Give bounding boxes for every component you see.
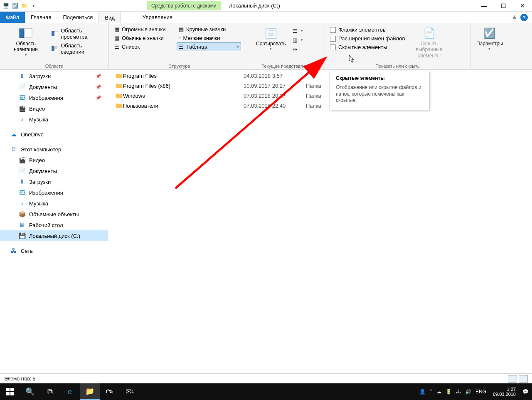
preview-pane-button[interactable]: Область просмотра (50, 27, 105, 41)
sort-label: Сортировать (256, 41, 286, 47)
sidebar-local-disk-c[interactable]: 💾Локальный диск (C:) (0, 230, 108, 241)
hidden-items-toggle[interactable]: Скрытые элементы (328, 43, 407, 51)
svg-rect-4 (52, 46, 54, 51)
notifications-icon[interactable]: 💬 (522, 389, 529, 395)
file-row[interactable]: Program Files 04.03.2018 3:57 (108, 71, 532, 81)
sort-button[interactable]: Сортировать ▾ (254, 25, 288, 53)
qat-folder-icon[interactable]: 📁 (21, 2, 27, 9)
group-show-label: Показать или скрыть (328, 63, 467, 69)
file-name: Пользователи (123, 103, 244, 109)
network-icon[interactable]: 🖧 (456, 389, 461, 395)
maximize-button[interactable]: ☐ (494, 0, 513, 12)
hide-selected-icon: 📄 (423, 27, 436, 40)
navigation-sidebar[interactable]: ⬇Загрузки📌 📄Документы📌 🖼Изображения📌 🎬Ви… (0, 70, 108, 373)
details-pane-label: Область сведений (61, 42, 103, 55)
file-name: Windows (123, 93, 244, 99)
add-columns-button[interactable]: ▥▾ (290, 36, 305, 44)
group-areas-label: Области (3, 63, 105, 69)
autosize-button[interactable]: ⇔ (290, 45, 305, 53)
minimize-ribbon-icon[interactable]: ⯅ (512, 15, 517, 20)
system-menu-icon[interactable]: 🖥️ (2, 2, 9, 9)
layout-table[interactable]: ☰Таблица▾ (177, 42, 241, 51)
tray-expand-icon[interactable]: ˄ (430, 389, 432, 395)
people-icon[interactable]: 👤 (419, 389, 426, 395)
help-icon[interactable]: ? (520, 14, 528, 21)
layout-normal-icons[interactable]: ▦Обычные значки (112, 34, 177, 42)
hide-selected-button[interactable]: 📄 Скрыть выбранные элементы (409, 25, 450, 60)
pin-icon: 📌 (96, 84, 101, 90)
file-date: 07.03.2018 22:40 (244, 103, 306, 109)
details-pane-icon (52, 45, 58, 52)
tab-home[interactable]: Главная (25, 12, 57, 23)
view-thumbnails-button[interactable] (519, 375, 528, 383)
file-row[interactable]: Пользователи 07.03.2018 22:40 Папка (108, 101, 532, 111)
search-button[interactable]: 🔍 (20, 383, 40, 400)
store-button[interactable]: 🛍 (100, 383, 120, 400)
sidebar-onedrive[interactable]: ☁OneDrive (0, 129, 108, 140)
tooltip-hidden-items: Скрытые элементы Отображение или скрытие… (330, 71, 429, 110)
sidebar-videos[interactable]: 🎬Видео (0, 103, 108, 114)
sidebar-pc-desktop[interactable]: 🖥Рабочий стол (0, 220, 108, 230)
file-row[interactable]: Windows 07.03.2018 20:37 Папка (108, 91, 532, 101)
contextual-tab-label: Средства работы с дисками (147, 1, 221, 10)
minimize-button[interactable]: — (475, 0, 494, 12)
options-button[interactable]: ☑️ Параметры ▾ (474, 25, 505, 53)
sidebar-this-pc[interactable]: 🖥Этот компьютер (0, 144, 108, 155)
sidebar-pc-documents[interactable]: 📄Документы (0, 165, 108, 176)
file-row[interactable]: Program Files (x86) 30.09.2017 20:27 Пап… (108, 81, 532, 91)
group-layout-label: Структура (112, 63, 246, 69)
layout-list[interactable]: ☰Список (112, 42, 177, 51)
svg-rect-13 (10, 388, 14, 391)
sidebar-downloads[interactable]: ⬇Загрузки📌 (0, 71, 108, 81)
group-by-button[interactable]: ☰▾ (290, 27, 305, 35)
tab-share[interactable]: Поделиться (57, 12, 99, 23)
folder-icon (115, 92, 123, 99)
sort-icon (264, 27, 278, 40)
close-button[interactable]: ✕ (513, 0, 532, 12)
tab-view[interactable]: Вид (99, 12, 121, 24)
sidebar-network[interactable]: 🖧Сеть (0, 245, 108, 256)
file-list[interactable]: Program Files 04.03.2018 3:57 Program Fi… (108, 70, 532, 373)
item-checkboxes-toggle[interactable]: Флажки элементов (328, 26, 407, 34)
clock-time: 1:27 (493, 387, 516, 392)
sidebar-documents[interactable]: 📄Документы📌 (0, 81, 108, 92)
window-title: Локальный диск (C:) (229, 2, 280, 9)
svg-rect-12 (6, 388, 10, 391)
sidebar-pc-pictures[interactable]: 🖼Изображения (0, 187, 108, 198)
mail-button[interactable]: ✉1 (120, 383, 140, 400)
qat-properties-icon[interactable]: ☑️ (12, 2, 18, 9)
explorer-button[interactable]: 📁 (80, 383, 100, 400)
layout-large-icons[interactable]: ▦Крупные значки (177, 25, 241, 34)
volume-icon[interactable]: 🔊 (465, 389, 471, 395)
sidebar-pc-videos[interactable]: 🎬Видео (0, 155, 108, 165)
navigation-pane-icon (19, 27, 32, 40)
edge-button[interactable]: e (60, 383, 80, 400)
layout-small-icons[interactable]: ▫Мелкие значки (177, 34, 241, 42)
preview-pane-label: Область просмотра (61, 27, 103, 40)
sidebar-pc-3dobjects[interactable]: 📦Объемные объекты (0, 209, 108, 220)
navigation-pane-button[interactable]: Область навигации ▾ (3, 25, 48, 59)
start-button[interactable] (0, 383, 20, 400)
tab-file[interactable]: Файл (0, 12, 25, 23)
sidebar-pc-music[interactable]: ♪Музыка (0, 198, 108, 209)
hide-selected-label: Скрыть выбранные элементы (411, 41, 448, 59)
sidebar-pictures[interactable]: 🖼Изображения📌 (0, 92, 108, 103)
onedrive-tray-icon[interactable]: ☁ (436, 389, 441, 395)
folder-icon (115, 102, 123, 109)
qat-dropdown-icon[interactable]: ▾ (30, 2, 37, 9)
file-extensions-toggle[interactable]: Расширения имен файлов (328, 35, 407, 42)
svg-rect-0 (20, 29, 24, 38)
language-indicator[interactable]: ENG (475, 389, 486, 395)
taskbar-clock[interactable]: 1:27 09.03.2018 (490, 387, 518, 397)
tab-manage[interactable]: Управление (137, 12, 178, 23)
sidebar-music[interactable]: ♪Музыка (0, 114, 108, 125)
details-pane-button[interactable]: Область сведений (50, 42, 105, 56)
folder-icon (115, 72, 123, 79)
layout-huge-icons[interactable]: ▦Огромные значки (112, 25, 177, 34)
battery-icon[interactable]: 🔋 (446, 389, 452, 395)
sidebar-pc-downloads[interactable]: ⬇Загрузки (0, 176, 108, 187)
svg-rect-3 (54, 31, 58, 36)
view-details-button[interactable] (508, 375, 517, 383)
task-view-button[interactable]: ⧉ (40, 383, 60, 400)
navigation-pane-label: Область навигации (6, 41, 46, 53)
